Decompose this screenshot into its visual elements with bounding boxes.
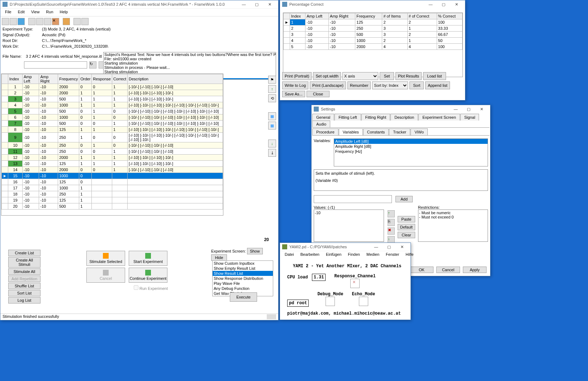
tab-tracker[interactable]: Tracker [389, 128, 410, 135]
minimize-icon[interactable]: — [424, 0, 437, 8]
plot-results-button[interactable]: Plot Results [395, 72, 422, 80]
set-opt-width-button[interactable]: Set opt.width [313, 72, 341, 80]
table-row[interactable]: 8-10-10125111[-/-10] [-10/-] [-/-10] [-1… [2, 127, 223, 133]
clear-button[interactable]: Clear [398, 232, 415, 238]
list-item[interactable]: Show Custom Inputbox [213, 261, 273, 266]
menu-bearbeiten[interactable]: Bearbeiten [297, 251, 323, 259]
search-input[interactable] [24, 61, 87, 69]
tool-flag-icon[interactable]: ⚑ [268, 76, 276, 84]
set-button[interactable]: Set [380, 72, 394, 80]
paste-button[interactable]: Paste [398, 216, 415, 222]
tool-reset-icon[interactable]: ⟲ [268, 94, 276, 102]
ok-button[interactable]: OK [410, 267, 433, 273]
function-list[interactable]: Show Custom InputboxShow Empty Result Li… [212, 260, 273, 296]
minimize-icon[interactable]: — [237, 0, 250, 8]
table-row[interactable]: 1-10-102000001[-10/-] [-/-10] [-10/-] [-… [2, 84, 223, 90]
list-item[interactable]: Show Result List [213, 271, 273, 276]
x-axis-select[interactable]: X axis [342, 72, 378, 80]
tool-new-icon[interactable] [2, 18, 9, 25]
list-item[interactable]: Amplitude Right [dB] [334, 144, 488, 149]
table-row[interactable]: ►1-10-1012522100 [284, 19, 463, 25]
load-list-button[interactable]: Load list [423, 72, 446, 80]
tab-variables[interactable]: Variables [339, 128, 363, 135]
list-item[interactable]: Play Wave File [213, 281, 273, 286]
tool-grid2-icon[interactable] [36, 18, 43, 25]
apply-button[interactable]: Apply [463, 267, 487, 273]
tool-data1-icon[interactable]: ▦ [268, 112, 276, 120]
minimize-icon[interactable]: — [449, 105, 462, 113]
table-row[interactable]: 20-10-105001 [2, 203, 223, 210]
stimulate-selected-button[interactable]: Stimulate Selected [86, 251, 125, 266]
tab-viwo[interactable]: ViWo [411, 128, 428, 135]
execute-button[interactable]: Execute [230, 292, 257, 302]
list-item[interactable]: Show Empty Result List [213, 266, 273, 271]
tool-pencil-icon[interactable] [63, 18, 70, 25]
tab-procedure[interactable]: Procedure [312, 128, 338, 135]
menu-datei[interactable]: Datei [281, 251, 297, 259]
shuffle-list-button[interactable]: Shuffle List [8, 283, 41, 289]
maximize-icon[interactable]: ▢ [462, 105, 475, 113]
renumber-button[interactable]: Renumber [347, 81, 371, 89]
hide-button[interactable]: Hide [211, 254, 227, 261]
list-item[interactable]: Any Debug Function [213, 286, 273, 291]
sort-button[interactable]: Sort [409, 81, 424, 89]
table-row[interactable]: 3-10-105003266.67 [284, 32, 463, 38]
tab-general[interactable]: General [312, 114, 334, 121]
default-button[interactable]: Default [398, 224, 415, 230]
tab-constants[interactable]: Constants [363, 128, 389, 135]
tool-grid1-icon[interactable] [28, 18, 35, 25]
continue-experiment-button[interactable]: Continue Experiment [129, 268, 167, 283]
table-row[interactable]: 3-10-10500111[-/-10] [-10/-] [-/-10] [-1… [2, 96, 223, 102]
table-row[interactable]: ►15-10-1010000 [2, 173, 223, 179]
table-row[interactable]: 11-10-10250001[-10/-] [-/-10] [-10/-] [-… [2, 149, 223, 155]
save-as-button[interactable]: Save As... [282, 91, 305, 97]
tool-open-icon[interactable] [10, 18, 17, 25]
menu-file[interactable]: File [2, 9, 15, 16]
menu-view[interactable]: View [28, 9, 43, 16]
table-row[interactable]: 13-10-10125111[-/-10] [-10/-] [-/-10] [-… [2, 161, 223, 167]
debug-mode-box[interactable] [326, 297, 335, 306]
tool-camera-icon[interactable] [81, 18, 89, 25]
table-row[interactable]: 9-10-10250100[-/-10] [-10/-] [-/-10] [-1… [2, 133, 223, 142]
table-row[interactable]: 19-10-101251 [2, 197, 223, 203]
menu-medien[interactable]: Medien [363, 251, 383, 259]
table-row[interactable]: 12-10-102000111[-/-10] [-10/-] [-/-10] [… [2, 155, 223, 161]
menu-run[interactable]: Run [43, 9, 56, 16]
tab-fitting-right[interactable]: Fitting Right [361, 114, 390, 121]
create-all-stimuli-button[interactable]: Create All Stimuli [8, 257, 41, 268]
tool-data2-icon[interactable]: ▦ [268, 122, 276, 130]
item-table[interactable]: IndexAmp LeftAmp RightFrequencyOrderResp… [1, 74, 223, 210]
tab-description[interactable]: Description [390, 114, 418, 121]
stimulate-all-button[interactable]: Stimulate All [8, 268, 41, 275]
close-icon[interactable]: ✕ [263, 0, 276, 8]
tool-grid3-icon[interactable] [44, 18, 51, 25]
menu-hilfe[interactable]: Hilfe [402, 251, 417, 259]
move-down-icon[interactable]: ↓ [388, 236, 395, 243]
tab-experiment-screen[interactable]: Experiment Screen [418, 114, 460, 121]
table-row[interactable]: 18-10-102501 [2, 191, 223, 197]
log-list-button[interactable]: Log List [8, 297, 41, 304]
sort-by-select[interactable]: Sort by: Index [372, 81, 408, 89]
cancel-settings-button[interactable]: Cancel [436, 267, 460, 273]
table-row[interactable]: 16-10-101250 [2, 179, 223, 185]
table-row[interactable]: 4-10-1010002150 [284, 38, 463, 44]
table-row[interactable]: 6-10-101000010[-10/-] [-/-10] [-10/-] [-… [2, 114, 223, 121]
print-portrait-button[interactable]: Print (Portrait) [282, 72, 312, 80]
menu-einfügen[interactable]: Einfügen [323, 251, 345, 259]
move-up-icon[interactable]: ↑ [388, 210, 395, 217]
tab-audio[interactable]: Audio [312, 121, 330, 127]
go-icon[interactable]: ↻ [89, 61, 96, 69]
tab-fitting-left[interactable]: Fitting Left [335, 114, 361, 121]
close-button[interactable]: Close [307, 91, 329, 97]
show-button[interactable]: Show [247, 248, 263, 254]
table-row[interactable]: 17-10-1010001 [2, 185, 223, 191]
table-row[interactable]: 2-10-102000111[-/-10] [-10/-] [-/-10] [-… [2, 90, 223, 96]
list-item[interactable]: Frequency [Hz] [334, 149, 488, 154]
table-row[interactable]: 7-10-10500001[-10/-] [-/-10] [-10/-] [-/… [2, 121, 223, 127]
close-icon[interactable]: ✕ [450, 0, 463, 8]
echo-mode-box[interactable] [359, 297, 368, 306]
values-textarea[interactable] [314, 210, 384, 242]
tool-arrow-down-icon[interactable]: ↓ [268, 140, 276, 147]
pc-table[interactable]: IndexAmp LeftAmp RightFrequency# of Item… [283, 13, 463, 50]
table-row[interactable]: 5-10-10500010[-10/-] [-/-10] [-10/-] [-/… [2, 108, 223, 114]
